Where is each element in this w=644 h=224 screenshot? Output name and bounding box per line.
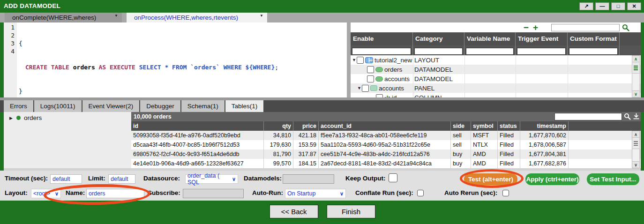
search-icon[interactable] <box>624 113 631 120</box>
column-header: Trigger Event <box>516 32 568 45</box>
filter-input-trigger-event[interactable] <box>517 48 566 55</box>
filter-input-variable-name[interactable] <box>466 48 514 55</box>
name-input[interactable] <box>86 189 144 198</box>
code-editor[interactable]: 1 2 3 4 { CREATE TABLE orders AS EXECUTE… <box>4 22 347 97</box>
variables-scrollbar[interactable]: ∧ ∨ <box>632 55 640 97</box>
node-category: DATAMODEL <box>413 74 464 83</box>
remove-row-icon[interactable]: − <box>524 24 529 31</box>
minimize-icon[interactable]: — <box>595 2 609 10</box>
layout-select[interactable]: <root> ∨ <box>31 189 61 198</box>
limit-input[interactable] <box>108 174 135 184</box>
subscribe-input[interactable] <box>183 189 244 198</box>
conflate-run-checkbox[interactable] <box>417 190 424 196</box>
scrollbar-thumb[interactable] <box>632 62 639 74</box>
table-row[interactable]: 50993058-f35d-41fe-a976-0adf520b9ebd 34,… <box>131 131 641 140</box>
maximize-icon[interactable]: □ <box>611 2 625 10</box>
close-icon[interactable]: ✕ <box>627 2 641 10</box>
add-row-icon[interactable]: + <box>533 24 538 31</box>
node-name: id <box>392 94 397 98</box>
table-bullet-icon <box>16 116 21 120</box>
tables-band: ▶ orders 10,000 orders id qty price a <box>0 112 644 171</box>
keep-output-checkbox[interactable] <box>389 173 397 182</box>
node-name: accounts <box>384 75 410 82</box>
column-header: side <box>451 121 471 131</box>
enable-checkbox[interactable] <box>367 75 374 82</box>
chevron-down-icon[interactable]: ▼ <box>114 14 118 18</box>
filter-input-category[interactable] <box>414 48 463 55</box>
right-green-border <box>641 22 644 97</box>
table-row[interactable]: d5caa43f-46fb-4007-bc85-1b96f7512d53 179… <box>131 140 641 149</box>
column-header: Variable Name <box>464 32 516 45</box>
node-name: tutorial2_new <box>374 57 412 64</box>
bottom-tab-bar: Errors Logs(10011) Event Viewer(2) Debug… <box>0 100 644 112</box>
download-icon[interactable] <box>633 113 640 120</box>
tree-row-accounts-datamodel[interactable]: accounts DATAMODEL <box>351 74 641 83</box>
table-row[interactable]: 4e14e01b-906a-46d9-a665-12328ef63627 99,… <box>131 159 641 168</box>
enable-checkbox[interactable] <box>376 94 383 98</box>
search-icon[interactable] <box>622 24 629 31</box>
name-label: Name: <box>66 189 85 196</box>
column-header: Custom Format <box>568 32 620 45</box>
tree-row-accounts-panel[interactable]: ▼ accounts PANEL <box>351 83 641 93</box>
code-lines[interactable]: { CREATE TABLE orders AS EXECUTE SELECT … <box>17 22 278 97</box>
results-header: 10,000 orders <box>131 112 641 121</box>
code-text: } <box>19 88 22 95</box>
tab-debugger[interactable]: Debugger <box>140 100 180 112</box>
enable-checkbox[interactable] <box>357 57 364 64</box>
timeout-label: Timeout (sec): <box>5 175 48 182</box>
tab-tables[interactable]: Tables(1) <box>225 100 264 112</box>
code-identifier: orders <box>73 64 95 71</box>
node-category: LAYOUT <box>413 55 464 65</box>
back-button[interactable]: << Back <box>270 205 318 218</box>
autorun-select[interactable]: On Startup ∨ <box>285 189 346 198</box>
finish-button[interactable]: Finish <box>327 205 375 218</box>
code-text: ; <box>275 64 278 71</box>
variables-toolbar: − + <box>351 22 641 32</box>
expanded-icon[interactable]: ▼ <box>352 58 357 62</box>
datasource-select[interactable]: order_data ( SQL ∨ <box>185 174 238 184</box>
tab-label: onComplete(WHERE,wheres) <box>12 14 96 21</box>
code-sql: SELECT * FROM `orders` WHERE ${WHERE} <box>139 64 275 71</box>
test-button[interactable]: Test (alt+enter) <box>464 173 517 185</box>
tab-oncomplete[interactable]: onComplete(WHERE,wheres) ▼ <box>5 13 122 22</box>
filter-input-custom-format[interactable] <box>569 48 618 55</box>
chevron-down-icon: ∨ <box>232 176 236 182</box>
scroll-up-icon[interactable]: ∧ <box>632 131 639 138</box>
timeout-input[interactable] <box>50 174 82 184</box>
scroll-down-icon[interactable]: ∨ <box>632 90 639 97</box>
tab-event-viewer[interactable]: Event Viewer(2) <box>82 100 140 112</box>
column-header: qty <box>264 121 293 131</box>
variables-panel: − + Enable Category Variable Name Trigge… <box>351 22 641 97</box>
scroll-up-icon[interactable]: ∧ <box>632 56 639 62</box>
scroll-down-icon[interactable]: ∨ <box>632 161 639 168</box>
tree-row-id-column[interactable]: id COLUMN <box>351 93 641 97</box>
tree-row-tutorial2-new[interactable]: ▼ tutorial2_new LAYOUT <box>351 55 641 65</box>
tab-onprocess[interactable]: onProcess(WHERE,wheres,rtevents) ▼ <box>127 13 267 22</box>
enable-checkbox[interactable] <box>367 66 374 73</box>
right-green-border <box>641 112 644 171</box>
expanded-icon[interactable]: ▼ <box>357 86 362 90</box>
variables-search-input[interactable] <box>551 24 620 31</box>
code-keyword: AS EXECUTE <box>95 64 139 71</box>
scrollbar-thumb[interactable] <box>632 138 639 149</box>
tree-item-orders[interactable]: ▶ orders <box>4 112 131 121</box>
datamodels-input[interactable] <box>283 174 334 184</box>
table-row[interactable]: 69805762-f2cf-40dc-9c93-f651a4de6ddb 81,… <box>131 149 641 159</box>
auto-rerun-checkbox[interactable] <box>502 190 509 196</box>
popout-icon[interactable]: ↗ <box>579 2 593 10</box>
add-datamodel-window: ADD DATAMODEL ↗ — □ ✕ onComplete(WHERE,w… <box>0 0 644 224</box>
tab-errors[interactable]: Errors <box>4 100 33 112</box>
apply-button[interactable]: Apply (ctrl+enter) <box>525 173 579 185</box>
collapsed-icon[interactable]: ▶ <box>8 116 14 120</box>
results-scrollbar[interactable]: ∧ ∨ <box>632 131 640 168</box>
tree-row-orders[interactable]: orders DATAMODEL <box>351 65 641 74</box>
tab-schema[interactable]: Schema(1) <box>181 100 225 112</box>
table-search-input[interactable] <box>554 113 622 120</box>
column-header: symbol <box>471 121 498 131</box>
chevron-down-icon[interactable]: ▼ <box>260 14 263 18</box>
set-test-input-button[interactable]: Set Test Input... <box>587 173 639 185</box>
filter-input-enable[interactable] <box>352 48 411 55</box>
line-number: 4 <box>4 47 15 55</box>
enable-checkbox[interactable] <box>362 85 369 92</box>
tab-logs[interactable]: Logs(10011) <box>34 100 82 112</box>
